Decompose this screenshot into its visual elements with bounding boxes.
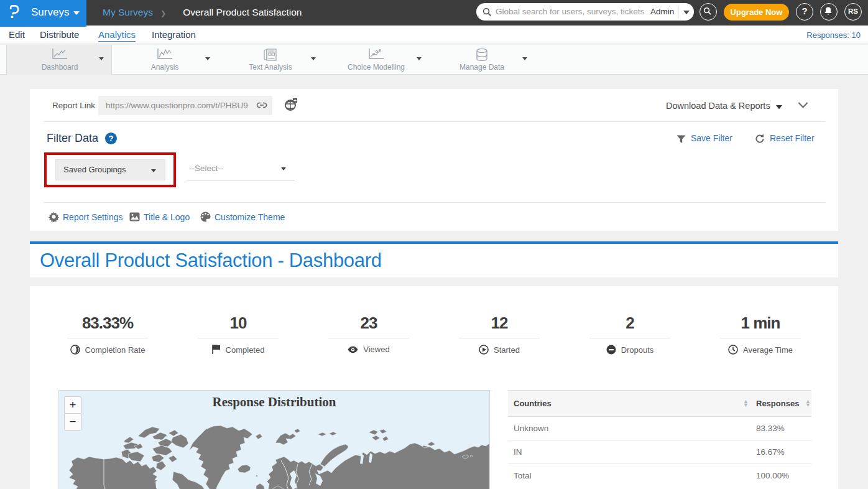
svg-text:?: ? [109,134,114,143]
